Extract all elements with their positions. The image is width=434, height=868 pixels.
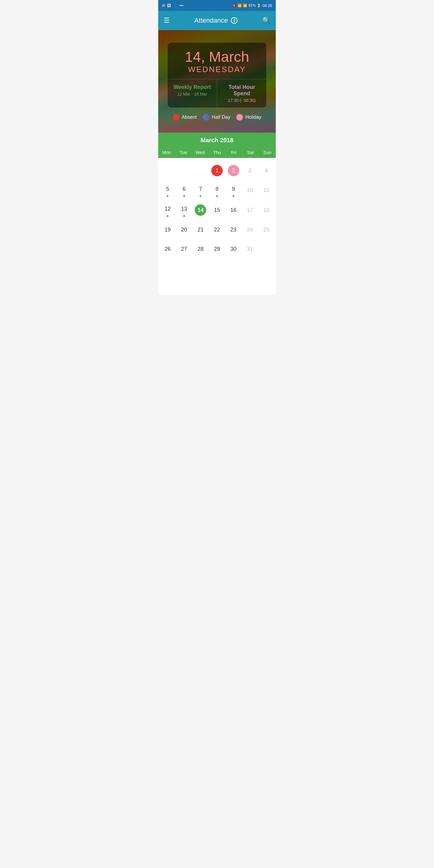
info-icon[interactable]: i <box>231 17 238 24</box>
weekly-report-dates: 12 Mar - 18 Mar <box>170 92 214 96</box>
calendar-day-cell[interactable]: 3 <box>242 161 258 180</box>
date-info-row: Weekly Report 12 Mar - 18 Mar Total Hour… <box>167 79 267 107</box>
app-bar: ☰ Attendance i 🔍 <box>158 11 276 30</box>
calendar-day-number: 26 <box>162 243 173 255</box>
dow-sun: Sun <box>259 150 276 155</box>
calendar-day-cell[interactable]: 7 <box>192 180 209 200</box>
date-card: 14, March WEDNESDAY Weekly Report 12 Mar… <box>167 42 267 108</box>
calendar-day-number: 22 <box>211 224 223 236</box>
weekly-report-label: Weekly Report <box>170 84 214 90</box>
calendar-day-cell[interactable]: 23 <box>225 220 242 239</box>
legend-holiday: Holiday <box>236 114 261 121</box>
attendance-dot <box>183 215 185 217</box>
calendar-day-cell[interactable]: 18 <box>258 200 275 220</box>
calendar-day-cell[interactable]: 1 <box>209 161 225 180</box>
calendar-day-cell[interactable]: 10 <box>242 180 258 200</box>
bottom-space <box>158 265 276 295</box>
calendar-month-year: March 2018 <box>201 137 234 144</box>
calendar-day-number: 21 <box>195 224 206 236</box>
halfday-dot <box>203 114 210 121</box>
attendance-dot <box>199 195 201 197</box>
hero-section: 14, March WEDNESDAY Weekly Report 12 Mar… <box>158 30 276 133</box>
menu-button[interactable]: ☰ <box>164 17 170 24</box>
calendar-day-cell[interactable]: 2 <box>225 161 242 180</box>
calendar-day-number: 31 <box>244 243 255 255</box>
calendar-day-cell[interactable]: 16 <box>225 200 242 220</box>
calendar-day-cell[interactable]: 6 <box>176 180 193 200</box>
dow-tue: Tue <box>175 150 192 155</box>
calendar-day-cell[interactable]: 25 <box>258 220 275 239</box>
date-day: WEDNESDAY <box>173 65 261 74</box>
calendar-day-cell[interactable]: 5 <box>159 180 176 200</box>
attendance-dot <box>216 195 218 197</box>
calendar-day-cell[interactable]: 31 <box>242 239 258 258</box>
calendar-day-number: 12 <box>162 203 173 215</box>
calendar-day-number: 10 <box>244 184 255 196</box>
calendar-month-header: March 2018 <box>158 133 276 148</box>
calendar-day-number: 23 <box>228 224 239 236</box>
weekly-report-cell[interactable]: Weekly Report 12 Mar - 18 Mar <box>167 79 217 107</box>
absent-label: Absent <box>182 115 197 120</box>
calendar-day-cell[interactable]: 30 <box>225 239 242 258</box>
search-button[interactable]: 🔍 <box>262 17 270 24</box>
legend: Absent Half Day Holiday <box>173 114 261 121</box>
calendar-day-cell[interactable]: 14 <box>192 200 209 220</box>
total-hours-cell[interactable]: Total Hour Spend 17:30 (- 00:30) <box>217 79 267 107</box>
calendar-day-number: 6 <box>179 183 190 195</box>
app-title: Attendance <box>194 17 228 24</box>
legend-halfday: Half Day <box>203 114 230 121</box>
battery-percent: 81% <box>248 3 255 7</box>
wifi-icon: 📶 <box>238 4 242 7</box>
calendar-day-cell[interactable]: 20 <box>176 220 193 239</box>
calendar-day-number: 11 <box>261 184 272 196</box>
calendar-day-cell[interactable]: 17 <box>242 200 258 220</box>
date-number: 14, March <box>173 49 261 65</box>
calendar-day-number: 1 <box>211 165 223 176</box>
calendar-day-cell[interactable]: 4 <box>258 161 275 180</box>
calendar-day-number: 5 <box>162 183 173 195</box>
app-title-container: Attendance i <box>194 17 238 24</box>
status-left-icons: ✉ 🖼 👤 ••• <box>162 3 184 8</box>
calendar-day-cell[interactable]: 8 <box>209 180 225 200</box>
calendar-day-number: 29 <box>211 243 223 255</box>
calendar-day-number: 4 <box>261 165 272 176</box>
calendar-day-number: 25 <box>261 224 272 236</box>
calendar-day-cell[interactable]: 21 <box>192 220 209 239</box>
calendar-day-cell[interactable]: 11 <box>258 180 275 200</box>
calendar-grid[interactable]: 1234567891011121314151617181920212223242… <box>158 158 276 265</box>
holiday-label: Holiday <box>245 115 261 120</box>
calendar-day-number: 18 <box>261 204 272 216</box>
more-icon: ••• <box>179 3 184 8</box>
battery-icon: 🔋 <box>257 4 261 7</box>
total-hours-value: 17:30 (- 00:30) <box>220 98 264 103</box>
calendar-day-number: 8 <box>211 183 223 195</box>
calendar-day-cell[interactable]: 28 <box>192 239 209 258</box>
calendar-day-cell[interactable]: 13 <box>176 200 193 220</box>
calendar-day-number: 14 <box>195 204 206 216</box>
calendar-day-cell <box>192 161 209 180</box>
image-icon: 🖼 <box>167 3 171 8</box>
calendar-day-cell[interactable]: 29 <box>209 239 225 258</box>
calendar-day-cell[interactable]: 12 <box>159 200 176 220</box>
dow-fri: Fri <box>225 150 242 155</box>
attendance-dot <box>167 215 168 217</box>
legend-absent: Absent <box>173 114 197 121</box>
signal-icon: 📶 <box>243 4 247 7</box>
calendar-dow-header: MonTueWedThuFriSatSun <box>158 148 276 158</box>
calendar-day-number: 27 <box>179 243 190 255</box>
calendar-day-cell[interactable]: 26 <box>159 239 176 258</box>
calendar-day-cell[interactable]: 22 <box>209 220 225 239</box>
dow-thu: Thu <box>209 150 225 155</box>
email-icon: ✉ <box>162 3 165 8</box>
calendar-day-cell[interactable]: 15 <box>209 200 225 220</box>
calendar: March 2018 MonTueWedThuFriSatSun 1234567… <box>158 133 276 265</box>
calendar-day-cell[interactable]: 27 <box>176 239 193 258</box>
calendar-day-cell[interactable]: 9 <box>225 180 242 200</box>
calendar-day-number: 16 <box>228 204 239 216</box>
calendar-day-cell[interactable]: 24 <box>242 220 258 239</box>
calendar-day-cell <box>176 161 193 180</box>
calendar-day-cell[interactable]: 19 <box>159 220 176 239</box>
calendar-day-number: 2 <box>228 165 239 176</box>
status-right-icons: 🔇 📶 📶 81% 🔋 08:26 <box>232 3 272 8</box>
total-hours-diff: (- 00:30) <box>240 98 255 103</box>
